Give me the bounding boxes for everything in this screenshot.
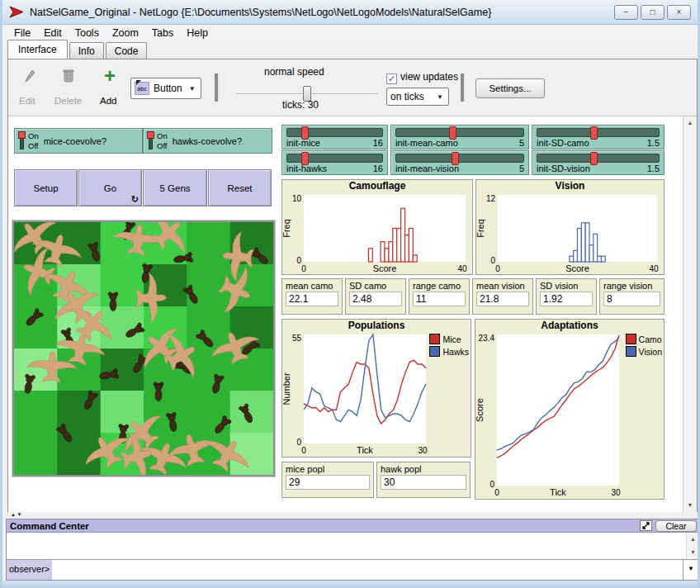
svg-text:Score: Score <box>373 263 397 273</box>
five-gens-button[interactable]: 5 Gens <box>143 169 207 206</box>
monitor-mice-popl: mice popl 29 <box>281 462 374 498</box>
command-input[interactable] <box>52 560 683 580</box>
expand-button[interactable] <box>640 520 652 531</box>
settings-button[interactable]: Settings... <box>475 78 545 98</box>
menu-item-zoom[interactable]: Zoom <box>106 26 145 40</box>
view-updates-checkbox[interactable]: ✓ <box>386 74 397 84</box>
monitor-range-vision: range vision 8 <box>599 278 665 315</box>
monitor-value: 21.8 <box>476 292 529 306</box>
command-output[interactable]: ▲ ▼ <box>7 533 698 560</box>
observer-prompt: observer> <box>7 560 52 580</box>
plot-title: Vision <box>476 180 664 192</box>
slider-thumb[interactable] <box>452 152 459 165</box>
menu-item-tabs[interactable]: Tabs <box>145 26 180 40</box>
populations-plot: Populations 5500Tick30Number MiceHawks <box>281 319 471 458</box>
scroll-down-button[interactable]: ▼ <box>687 546 699 559</box>
update-mode-select[interactable]: on ticks ▼ <box>386 88 449 106</box>
svg-text:Tick: Tick <box>550 487 566 497</box>
slider-label: init-SD-camo <box>537 138 589 148</box>
button-widget-icon: abc <box>135 82 149 95</box>
svg-text:Freq: Freq <box>282 219 291 238</box>
slider-thumb[interactable] <box>590 126 598 140</box>
command-center-splitter[interactable]: ▲ ▼ <box>7 512 698 519</box>
chevron-down-icon: ▼ <box>437 93 443 101</box>
slider-track[interactable] <box>537 128 660 137</box>
slider-value: 1.5 <box>647 164 660 173</box>
slider-thumb[interactable] <box>301 126 309 140</box>
plot-title: Adaptations <box>475 320 664 332</box>
history-dropdown-button[interactable]: ▼ <box>683 560 698 580</box>
switch-knob[interactable] <box>147 131 154 139</box>
scroll-down-button[interactable]: ▼ <box>683 499 697 512</box>
tab-code[interactable]: Code <box>106 42 148 59</box>
camouflage-plot-canvas: 1000Score40Freq <box>282 192 472 274</box>
slider-label: init-SD-vision <box>537 164 590 173</box>
button-label: 5 Gens <box>159 183 190 193</box>
switch-knob[interactable] <box>18 131 26 139</box>
update-mode-value: on ticks <box>390 91 424 102</box>
slider-thumb[interactable] <box>301 152 309 165</box>
slider-track[interactable] <box>395 128 524 137</box>
svg-text:30: 30 <box>418 446 428 455</box>
scroll-up-button[interactable]: ▲ <box>687 533 699 546</box>
slider-thumb[interactable] <box>590 152 598 165</box>
svg-text:Score: Score <box>475 398 485 422</box>
widget-chooser[interactable]: abc Button ▼ <box>130 78 201 99</box>
canvas-vertical-scrollbar[interactable]: ▲ ▼ <box>683 116 697 512</box>
menu-item-file[interactable]: File <box>7 26 37 40</box>
clear-button[interactable]: Clear <box>655 520 697 532</box>
switch-toggle[interactable] <box>18 131 26 151</box>
populations-legend: MiceHawks <box>429 334 469 358</box>
add-button[interactable]: Add <box>100 96 116 106</box>
slider-track[interactable] <box>286 128 383 137</box>
slider-label: init-mean-vision <box>395 164 459 173</box>
minimize-button[interactable]: − <box>614 5 638 20</box>
legend-label: Vision <box>639 347 662 357</box>
menu-item-tools[interactable]: Tools <box>69 26 106 40</box>
maximize-button[interactable]: □ <box>641 5 665 20</box>
button-label: Setup <box>33 183 58 193</box>
switch-toggle[interactable] <box>147 131 154 151</box>
scroll-up-button[interactable]: ▲ <box>683 116 697 130</box>
plot-title: Camouflage <box>282 180 472 192</box>
slider-track[interactable] <box>286 154 383 163</box>
menu-item-help[interactable]: Help <box>180 26 215 40</box>
svg-text:Number: Number <box>282 372 291 405</box>
command-prompt-row: observer> ▼ <box>7 560 698 580</box>
reset-button[interactable]: Reset <box>208 169 272 206</box>
setup-button[interactable]: Setup <box>14 169 78 206</box>
switch-mice-coevolve[interactable]: OnOff mice-coevolve? <box>14 128 143 154</box>
slider-init-sd-vision[interactable]: init-SD-vision1.5 <box>532 150 665 175</box>
menu-bar: File Edit Tools Zoom Tabs Help <box>2 25 698 40</box>
legend-label: Hawks <box>442 347 469 357</box>
world-view[interactable] <box>12 220 275 477</box>
edit-button[interactable]: Edit <box>19 96 35 106</box>
switch-hawks-coevolve[interactable]: OnOff hawks-coevolve? <box>143 128 272 154</box>
legend-swatch <box>429 346 440 357</box>
delete-button[interactable]: Delete <box>54 96 82 106</box>
tab-interface[interactable]: Interface <box>7 40 68 59</box>
tab-info[interactable]: Info <box>69 42 104 59</box>
slider-init-mean-vision[interactable]: init-mean-vision5 <box>390 150 529 175</box>
switch-on-label: On <box>28 131 39 140</box>
slider-init-hawks[interactable]: init-hawks16 <box>281 150 388 175</box>
slider-thumb[interactable] <box>449 126 456 140</box>
slider-init-mice[interactable]: init-mice16 <box>281 125 388 149</box>
interface-toolbar: Edit Delete + Add abc Button ▼ normal sp… <box>8 59 697 116</box>
legend-item: Mice <box>429 334 469 344</box>
close-button[interactable]: × <box>667 5 691 20</box>
menu-item-edit[interactable]: Edit <box>37 26 69 40</box>
slider-init-sd-camo[interactable]: init-SD-camo1.5 <box>532 125 665 149</box>
slider-track[interactable] <box>395 154 524 163</box>
plot-title: Populations <box>282 320 471 332</box>
monitor-range-camo: range camo 11 <box>409 278 470 315</box>
output-scrollbar[interactable]: ▲ ▼ <box>686 533 698 559</box>
ticks-counter: ticks: 30 <box>282 99 319 111</box>
command-center: Command Center Clear ▲ ▼ observer> ▼ <box>6 519 699 581</box>
svg-text:0: 0 <box>495 264 500 273</box>
slider-track[interactable] <box>537 154 660 163</box>
view-updates-control[interactable]: ✓view updates <box>386 71 458 84</box>
window-bottom-border <box>2 581 698 588</box>
go-button[interactable]: Go↻ <box>78 169 142 206</box>
slider-init-mean-camo[interactable]: init-mean-camo5 <box>390 125 529 149</box>
